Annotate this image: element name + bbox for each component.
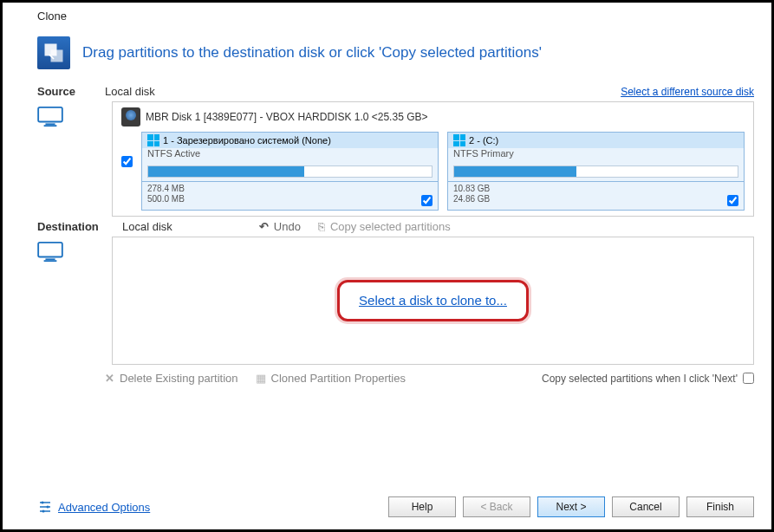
partition-2-checkbox[interactable] (727, 195, 738, 206)
sliders-icon (37, 499, 53, 515)
copy-when-next-option[interactable]: Copy selected partitions when I click 'N… (542, 373, 754, 385)
cancel-button[interactable]: Cancel (612, 496, 680, 517)
destination-disk-panel: Select a disk to clone to... (112, 237, 754, 365)
svg-rect-1 (51, 50, 63, 62)
partition-1-sizes: 278.4 MB 500.0 MB (142, 181, 438, 206)
undo-button[interactable]: ↶ Undo (259, 220, 301, 233)
select-disk-to-clone-link[interactable]: Select a disk to clone to... (359, 293, 507, 308)
help-button[interactable]: Help (388, 496, 456, 517)
footer: Advanced Options Help < Back Next > Canc… (3, 488, 771, 529)
undo-icon: ↶ (259, 220, 269, 233)
partition-2-name: 2 - (C:) (469, 135, 498, 146)
clone-wizard-window: Clone Drag partitions to the destination… (0, 0, 774, 532)
partition-2-fs: NTFS Primary (448, 148, 744, 162)
disk-title: MBR Disk 1 [4389E077] - VBOX HARDDISK 1.… (146, 111, 427, 123)
partition-1-checkbox[interactable] (421, 195, 433, 206)
delete-icon: ✕ (105, 372, 114, 385)
clone-icon (37, 36, 70, 69)
svg-rect-6 (45, 258, 55, 260)
partition-2-sizes: 10.83 GB 24.86 GB (448, 181, 744, 206)
svg-rect-7 (44, 260, 57, 262)
partition-1-usage (147, 165, 433, 178)
advanced-options-link[interactable]: Advanced Options (37, 499, 150, 515)
svg-point-8 (42, 502, 44, 504)
destination-computer-icon (37, 237, 105, 365)
header-instructions: Drag partitions to the destination disk … (82, 44, 542, 62)
copy-when-next-checkbox[interactable] (743, 373, 754, 384)
partition-2-usage (453, 165, 738, 178)
header: Drag partitions to the destination disk … (3, 29, 771, 81)
partition-1-name: 1 - Зарезервировано системой (None) (163, 135, 331, 146)
window-title: Clone (3, 3, 771, 29)
properties-icon: ▦ (256, 372, 266, 385)
partition-2[interactable]: 2 - (C:) NTFS Primary 10.83 GB 24.86 GB (447, 132, 745, 211)
disk-header: MBR Disk 1 [4389E077] - VBOX HARDDISK 1.… (121, 107, 745, 127)
svg-rect-3 (45, 123, 55, 125)
source-disk-panel: MBR Disk 1 [4389E077] - VBOX HARDDISK 1.… (112, 101, 754, 217)
copy-icon: ⎘ (318, 220, 325, 233)
destination-content: Select a disk to clone to... (3, 235, 771, 367)
source-label: Source (37, 85, 105, 98)
svg-rect-4 (44, 125, 57, 127)
partition-1-fs: NTFS Active (142, 148, 438, 162)
svg-rect-2 (38, 107, 62, 122)
select-all-partitions-checkbox[interactable] (121, 156, 133, 167)
destination-label: Destination (37, 220, 105, 233)
svg-point-10 (42, 510, 45, 513)
source-computer-icon (37, 101, 105, 217)
back-button[interactable]: < Back (463, 496, 530, 517)
partition-list: 1 - Зарезервировано системой (None) NTFS… (121, 132, 745, 211)
destination-actions: ✕ Delete Existing partition ▦ Cloned Par… (3, 367, 771, 386)
source-content: MBR Disk 1 [4389E077] - VBOX HARDDISK 1.… (3, 100, 771, 218)
hdd-icon (121, 107, 140, 127)
svg-rect-5 (38, 243, 62, 257)
partition-1[interactable]: 1 - Зарезервировано системой (None) NTFS… (141, 132, 439, 211)
windows-flag-icon (453, 134, 465, 146)
finish-button[interactable]: Finish (686, 496, 754, 517)
delete-partition-button[interactable]: ✕ Delete Existing partition (105, 372, 238, 385)
cloned-properties-button[interactable]: ▦ Cloned Partition Properties (256, 372, 406, 385)
select-different-source-link[interactable]: Select a different source disk (621, 86, 754, 98)
windows-flag-icon (147, 134, 159, 146)
source-row: Source Local disk Select a different sou… (3, 81, 771, 100)
next-button[interactable]: Next > (537, 496, 605, 517)
destination-toolbar: Destination Local disk ↶ Undo ⎘ Copy sel… (3, 218, 771, 235)
copy-selected-button[interactable]: ⎘ Copy selected partitions (318, 220, 451, 233)
wizard-buttons: Help < Back Next > Cancel Finish (388, 496, 754, 517)
callout-highlight: Select a disk to clone to... (337, 280, 529, 321)
svg-point-9 (47, 506, 49, 509)
source-type: Local disk (105, 85, 155, 98)
destination-type: Local disk (122, 220, 172, 233)
